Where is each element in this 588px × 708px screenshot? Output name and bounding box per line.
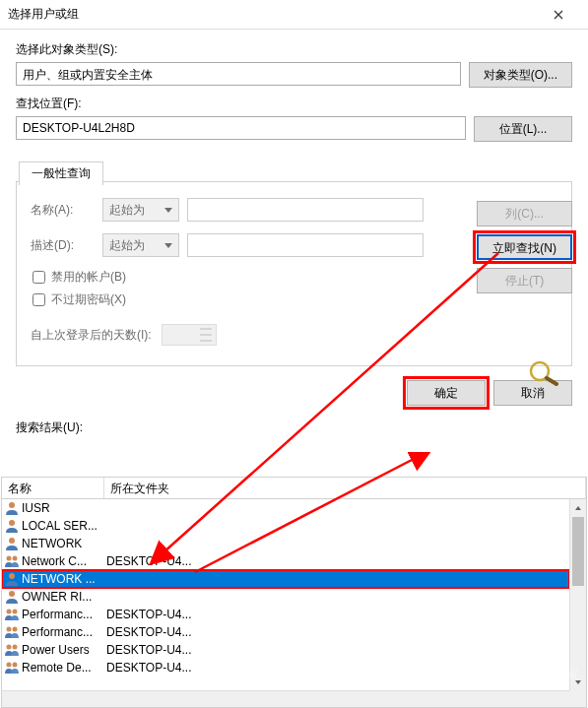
result-row[interactable]: IUSR [2,499,569,517]
user-icon [4,500,20,516]
svg-point-4 [7,556,12,561]
result-name: OWNER RI... [22,590,106,604]
result-name: Power Users [22,643,106,657]
user-icon [4,536,20,551]
no-expire-pw-row[interactable]: 不过期密码(X) [33,291,557,308]
columns-button[interactable]: 列(C)... [477,201,572,226]
svg-point-12 [7,645,12,650]
result-folder: DESKTOP-U4... [106,608,191,621]
result-name: NETWORK ... [22,572,106,586]
object-type-label: 选择此对象类型(S): [16,41,572,58]
results-header: 名称 所在文件夹 [2,478,586,499]
result-name: Performanc... [22,625,106,639]
col-header-name[interactable]: 名称 [2,478,104,498]
object-type-group: 选择此对象类型(S): 用户、组或内置安全主体 对象类型(O)... [16,41,572,88]
result-folder: DESKTOP-U4... [106,554,191,568]
object-type-field[interactable]: 用户、组或内置安全主体 [16,62,461,86]
svg-point-10 [7,627,12,632]
svg-point-7 [9,591,15,597]
result-row[interactable]: Performanc...DESKTOP-U4... [2,606,569,623]
col-header-folder[interactable]: 所在文件夹 [104,478,586,498]
result-row[interactable]: OWNER RI... [2,588,569,606]
stop-button[interactable]: 停止(T) [477,268,572,293]
ok-button[interactable]: 确定 [407,380,486,406]
desc-label: 描述(D): [31,237,95,254]
result-name: NETWORK [22,537,106,550]
group-icon [4,642,20,658]
name-label: 名称(A): [31,202,95,219]
group-icon [4,607,20,622]
svg-point-3 [9,538,15,544]
window-title: 选择用户或组 [8,6,536,23]
location-group: 查找位置(F): DESKTOP-U4L2H8D 位置(L)... [16,96,572,142]
disabled-accounts-checkbox[interactable] [33,271,45,284]
tab-general-query[interactable]: 一般性查询 [19,161,103,185]
results-label: 搜索结果(U): [16,419,572,436]
svg-point-9 [13,610,18,614]
name-input[interactable] [187,198,424,222]
result-row[interactable]: Performanc...DESKTOP-U4... [2,623,569,641]
user-icon [4,589,20,605]
result-row[interactable]: Remote De...DESKTOP-U4... [2,659,569,676]
result-name: LOCAL SER... [22,519,106,533]
locations-button[interactable]: 位置(L)... [474,116,572,142]
result-name: Network C... [22,554,106,568]
result-folder: DESKTOP-U4... [106,625,191,639]
result-name: IUSR [22,501,106,515]
result-folder: DESKTOP-U4... [106,661,191,675]
result-row[interactable]: Power UsersDESKTOP-U4... [2,641,569,659]
name-mode-combo[interactable]: 起始为 [102,198,179,222]
result-name: Performanc... [22,608,106,621]
svg-point-11 [13,627,18,632]
group-icon [4,660,20,676]
result-row[interactable]: LOCAL SER... [2,517,569,535]
no-expire-pw-label: 不过期密码(X) [51,291,126,308]
disabled-accounts-label: 禁用的帐户(B) [51,269,126,286]
close-icon [554,10,563,20]
scroll-thumb[interactable] [572,517,584,586]
group-icon [4,624,20,640]
svg-point-15 [13,663,18,668]
days-spinner[interactable] [162,324,217,346]
search-decor-icon [527,360,560,389]
location-label: 查找位置(F): [16,96,572,112]
find-now-button[interactable]: 立即查找(N) [477,234,572,260]
result-name: Remote De... [22,661,106,675]
result-folder: DESKTOP-U4... [106,643,191,657]
svg-point-1 [9,502,15,508]
user-icon [4,571,20,587]
location-field[interactable]: DESKTOP-U4L2H8D [16,116,466,140]
svg-point-6 [9,573,15,579]
svg-point-13 [13,645,18,650]
svg-point-8 [7,610,12,614]
desc-mode-combo[interactable]: 起始为 [102,233,179,257]
titlebar: 选择用户或组 [0,0,588,30]
desc-input[interactable] [187,233,424,257]
footer-buttons: 确定 取消 [16,380,572,406]
right-button-group: 列(C)... 立即查找(N) 停止(T) [477,201,572,293]
result-row[interactable]: NETWORK [2,535,569,552]
user-icon [4,518,20,534]
no-expire-pw-checkbox[interactable] [33,293,45,306]
scroll-up-button[interactable] [570,499,586,516]
result-row[interactable]: Network C...DESKTOP-U4... [2,552,569,570]
result-row[interactable]: NETWORK ... [2,570,569,588]
scroll-corner [569,690,586,707]
close-button[interactable] [536,0,580,30]
vertical-scrollbar[interactable] [569,499,586,707]
object-types-button[interactable]: 对象类型(O)... [469,62,572,88]
group-icon [4,553,20,569]
svg-point-14 [7,663,12,668]
horizontal-scrollbar[interactable] [2,690,569,707]
scroll-down-button[interactable] [570,674,586,690]
results-area: 名称 所在文件夹 IUSRLOCAL SER...NETWORKNetwork … [1,477,587,708]
days-label: 自上次登录后的天数(I): [31,327,152,344]
svg-point-2 [9,520,15,526]
svg-point-5 [13,556,18,561]
days-row: 自上次登录后的天数(I): [31,324,557,346]
results-rows: IUSRLOCAL SER...NETWORKNetwork C...DESKT… [2,499,569,707]
